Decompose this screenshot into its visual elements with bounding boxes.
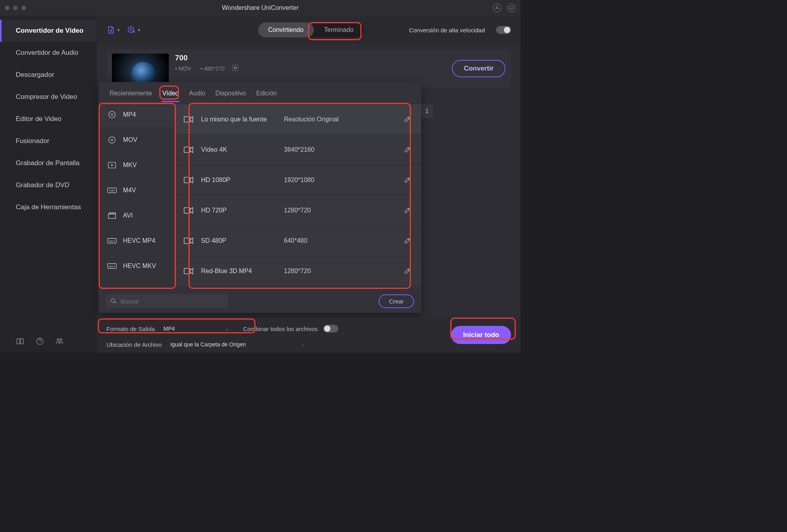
resolution-name: HD 1080P — [201, 177, 284, 184]
popup-tab-video[interactable]: Vídeo — [159, 87, 183, 102]
resolution-1080p[interactable]: HD 1080P 1920*1080 — [175, 165, 421, 195]
close-dot[interactable] — [5, 6, 9, 10]
zoom-dot[interactable] — [21, 6, 26, 10]
disc-icon — [107, 110, 117, 119]
svg-text:m4v: m4v — [110, 189, 115, 192]
merge-label: Combinar todos los archivos — [243, 326, 318, 332]
sidebar-item-label: Convertidor de Audio — [16, 49, 78, 56]
disc-icon — [107, 135, 117, 145]
tab-finished[interactable]: Terminado — [314, 22, 364, 37]
svg-point-0 — [496, 6, 498, 8]
add-file-button[interactable]: ▾ — [106, 25, 120, 35]
svg-rect-22 — [184, 208, 190, 213]
sidebar-item-compressor[interactable]: Compresor de Video — [0, 86, 97, 108]
search-box[interactable] — [106, 294, 228, 308]
hevc-icon: HEVC — [107, 236, 117, 246]
resolution-list: Lo mismo que la fuente Resolución Origin… — [175, 102, 421, 289]
resolution-red-blue-3d[interactable]: Red-Blue 3D MP4 1280*720 — [175, 257, 421, 286]
popup-tab-editing[interactable]: Edición — [252, 87, 281, 102]
sidebar-bottom-icons — [0, 337, 97, 346]
svg-rect-19 — [184, 117, 190, 122]
sidebar-item-merger[interactable]: Fusionador — [0, 130, 97, 152]
format-m4v[interactable]: m4v M4V — [99, 178, 175, 203]
format-mkv[interactable]: MKV — [99, 153, 175, 178]
search-input[interactable] — [120, 298, 223, 305]
sidebar-item-video-converter[interactable]: Convertidor de Video — [0, 20, 97, 42]
window-controls — [5, 6, 26, 10]
format-mov[interactable]: MOV — [99, 127, 175, 153]
bottom-bar: Formato de Salida MP4 ⌄ Combinar todos l… — [97, 318, 520, 353]
highspeed-toggle[interactable] — [496, 26, 511, 34]
titlebar: Wondershare UniConverter — [0, 0, 520, 16]
sidebar-item-video-editor[interactable]: Editor de Video — [0, 108, 97, 130]
svg-point-5 — [130, 29, 132, 30]
resolution-720p[interactable]: HD 720P 1280*720 — [175, 196, 421, 225]
edit-icon[interactable] — [404, 236, 412, 245]
edit-icon[interactable] — [404, 206, 412, 215]
svg-point-2 — [57, 339, 60, 341]
format-hevc-mkv[interactable]: HEVC HEVC MKV — [99, 253, 175, 279]
format-hevc-mp4[interactable]: HEVC HEVC MP4 — [99, 228, 175, 253]
format-list: MP4 MOV MKV m4v M4V — [99, 102, 175, 289]
account-icon[interactable] — [493, 4, 502, 12]
sidebar-item-label: Grabador de DVD — [16, 181, 69, 189]
camcorder-icon — [184, 268, 193, 275]
popup-tabs: Recientemente Vídeo Audio Dispositivo Ed… — [99, 82, 421, 102]
feedback-icon[interactable] — [507, 4, 516, 12]
m4v-icon: m4v — [107, 186, 117, 195]
resolution-same-as-source[interactable]: Lo mismo que la fuente Resolución Origin… — [175, 104, 421, 134]
svg-rect-20 — [184, 147, 190, 153]
svg-point-7 — [109, 112, 116, 118]
merge-toggle[interactable] — [323, 325, 338, 333]
svg-rect-24 — [184, 268, 190, 274]
info-button[interactable]: i — [421, 104, 433, 118]
format-label: AVI — [123, 212, 133, 219]
edit-icon[interactable] — [404, 176, 412, 184]
popup-tab-recent[interactable]: Recientemente — [106, 87, 156, 102]
format-avi[interactable]: AVI — [99, 203, 175, 228]
resolution-value: 640*480 — [284, 237, 404, 244]
sidebar-item-dvd-burner[interactable]: Grabador de DVD — [0, 174, 97, 196]
sidebar-item-toolbox[interactable]: Caja de Herramientas — [0, 196, 97, 218]
tutorial-icon[interactable] — [16, 337, 24, 346]
chevron-down-icon: ▾ — [117, 28, 120, 33]
add-dvd-button[interactable]: ▾ — [127, 26, 140, 34]
convert-button[interactable]: Convertir — [452, 60, 505, 77]
resolution-name: Red-Blue 3D MP4 — [201, 268, 284, 275]
video-thumbnail[interactable] — [112, 54, 169, 86]
edit-icon[interactable] — [404, 145, 412, 154]
svg-point-6 — [234, 67, 237, 69]
community-icon[interactable] — [55, 337, 64, 346]
sidebar-item-screen-recorder[interactable]: Grabador de Pantalla — [0, 152, 97, 174]
sidebar-item-label: Descargador — [16, 71, 54, 78]
edit-icon[interactable] — [404, 115, 412, 124]
sidebar-item-audio-converter[interactable]: Convertidor de Audio — [0, 42, 97, 64]
location-select[interactable]: Igual que la Carpeta de Origen ⌄ — [167, 339, 309, 350]
help-icon[interactable] — [35, 337, 44, 346]
create-button[interactable]: Crear — [379, 294, 414, 308]
output-format-select[interactable]: MP4 ⌄ — [160, 323, 233, 335]
settings-icon[interactable] — [231, 63, 241, 74]
svg-point-8 — [111, 114, 113, 115]
sidebar-item-label: Caja de Herramientas — [16, 203, 81, 211]
resolution-480p[interactable]: SD 480P 640*480 — [175, 226, 421, 256]
minimize-dot[interactable] — [13, 6, 18, 10]
resolution-value: 3840*2160 — [284, 146, 404, 153]
file-name: 700 — [175, 54, 225, 62]
resolution-4k[interactable]: Vídeo 4K 3840*2160 — [175, 135, 421, 164]
sidebar-item-downloader[interactable]: Descargador — [0, 64, 97, 86]
file-resolution: 480*270 — [201, 65, 225, 72]
popup-tab-device[interactable]: Dispositivo — [211, 87, 250, 102]
popup-footer: Crear — [99, 289, 421, 313]
popup-tab-audio[interactable]: Audio — [185, 87, 209, 102]
sidebar-item-label: Fusionador — [16, 137, 49, 145]
format-popup: Recientemente Vídeo Audio Dispositivo Ed… — [99, 82, 421, 313]
file-format: MOV — [175, 65, 191, 72]
format-mp4[interactable]: MP4 — [99, 102, 175, 127]
edit-icon[interactable] — [404, 267, 412, 275]
start-all-button[interactable]: Iniciar todo — [451, 326, 511, 344]
sidebar-item-label: Grabador de Pantalla — [16, 159, 80, 167]
svg-rect-14 — [108, 214, 116, 218]
tab-converting[interactable]: Convirtiendo — [258, 22, 314, 37]
output-format-value: MP4 — [164, 326, 175, 332]
